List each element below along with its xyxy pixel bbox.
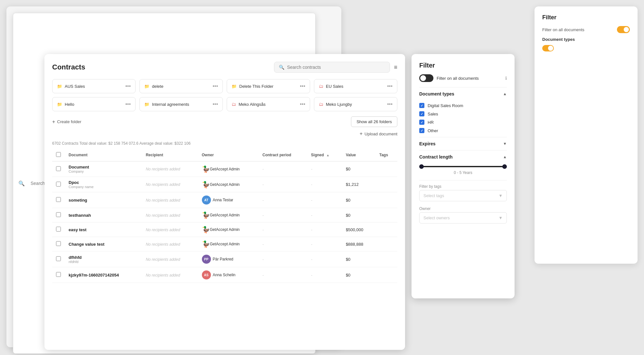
row-checkbox-4[interactable] (56, 227, 61, 232)
show-all-folders-button[interactable]: Show all 26 folders (351, 116, 397, 127)
folder-name-aus: AUS Sales (65, 84, 85, 89)
owner-avatar-4: 🦆 (202, 226, 210, 233)
folder-icon-hello: 📁 (57, 102, 62, 107)
main-contracts-panel: Contracts 🔍 ≡ 📁 AUS Sales ••• 📁 delete •… (44, 54, 405, 350)
table-row: testhannah No recipients added 🦆 GetAcce… (52, 208, 397, 223)
signed-3: - (311, 213, 312, 218)
info-icon[interactable]: ℹ (505, 76, 507, 81)
expires-section-header[interactable]: Expires ▼ (419, 141, 507, 146)
row-checkbox-0[interactable] (56, 166, 61, 171)
doc-sub-0: Company (69, 169, 138, 173)
folder-more-mekol[interactable]: ••• (387, 101, 393, 107)
filter-bg-doc-types-label: Document types (542, 37, 630, 42)
col-header-value: Value (342, 149, 375, 161)
doc-type-label-sales: Sales (428, 112, 438, 116)
owner-name-1: GetAccept Admin (210, 182, 240, 187)
upload-document-button[interactable]: + Upload document (360, 131, 397, 137)
folder-name-mekoa: Meko Alingsås (239, 102, 266, 107)
folder-hello[interactable]: 📁 Hello ••• (52, 97, 136, 111)
folder-more-del[interactable]: ••• (213, 83, 218, 89)
folder-internal[interactable]: 📁 Internal agreements ••• (139, 97, 223, 111)
doc-sub-1: Company name (69, 185, 138, 189)
slider-thumb-left[interactable] (419, 164, 424, 169)
folder-more-mekoa[interactable]: ••• (300, 101, 305, 107)
owner-row: Owner Select owners ▼ (419, 206, 507, 223)
sort-icon-signed: ▲ (326, 153, 329, 157)
folders-footer: + Create folder Show all 26 folders (52, 116, 397, 127)
col-header-contract-period: Contract period (259, 149, 307, 161)
row-checkbox-1[interactable] (56, 182, 61, 187)
owner-name-7: Anna Schelin (213, 273, 236, 277)
signed-6: - (311, 257, 312, 262)
checkbox-other[interactable] (419, 128, 424, 133)
divider-4 (419, 180, 507, 180)
folder-meko-ljungby[interactable]: 🗂 Meko Ljungby ••• (314, 97, 397, 111)
row-checkbox-5[interactable] (56, 241, 61, 246)
owner-name-2: Anna Testar (213, 198, 233, 202)
filter-panel-background: Filter Filter on all documents Document … (535, 6, 638, 264)
expires-chevron-down[interactable]: ▼ (503, 141, 507, 146)
folder-delete[interactable]: 📁 delete ••• (139, 79, 223, 93)
table-row: Change value test No recipients added 🦆 … (52, 237, 397, 251)
row-checkbox-7[interactable] (56, 272, 61, 277)
doc-name-7: kjzky97m-1660207142054 (69, 273, 138, 278)
filter-all-docs-toggle[interactable] (419, 74, 433, 82)
checkbox-digital-sales-room[interactable] (419, 103, 424, 108)
recipient-3: No recipients added (146, 213, 180, 218)
signed-5: - (311, 242, 312, 247)
main-panel-header: Contracts 🔍 ≡ (52, 62, 397, 73)
folder-meko-alingsas[interactable]: 🗂 Meko Alingsås ••• (227, 97, 310, 111)
owner-0: 🦆 GetAccept Admin (202, 165, 255, 173)
folder-more-int[interactable]: ••• (213, 101, 218, 107)
checkbox-hr[interactable] (419, 120, 424, 125)
recipient-2: No recipients added (146, 198, 180, 203)
folder-icon-del: 📁 (144, 84, 149, 89)
folder-name-eu: EU Sales (326, 84, 343, 89)
owner-name-6: Pär Parkred (213, 257, 233, 261)
contract-period-4: - (262, 227, 264, 232)
contract-length-title: Contract length (419, 154, 452, 159)
select-all-checkbox[interactable] (56, 152, 61, 157)
recipient-4: No recipients added (146, 228, 180, 232)
contract-period-7: - (262, 273, 264, 278)
folder-delete-this[interactable]: 📁 Delete This Folder ••• (227, 79, 310, 93)
folder-more-delt[interactable]: ••• (300, 83, 305, 89)
doc-name-2: someting (69, 198, 138, 203)
slider-thumb-right[interactable] (502, 164, 507, 169)
value-0: $0 (346, 167, 350, 171)
slider-track (419, 166, 507, 167)
row-checkbox-2[interactable] (56, 197, 61, 202)
row-checkbox-3[interactable] (56, 212, 61, 217)
owner-avatar-0: 🦆 (202, 165, 210, 173)
doc-types-chevron-up[interactable]: ▲ (503, 92, 507, 96)
contract-period-1: - (262, 182, 264, 187)
owner-select[interactable]: Select owners ▼ (419, 212, 507, 223)
folder-eu-sales[interactable]: 🗂 EU Sales ••• (314, 79, 397, 93)
contract-length-section-header: Contract length ▲ (419, 154, 507, 162)
owner-avatar-7: AS (202, 270, 211, 279)
create-folder-inline-btn[interactable]: + Create folder (52, 119, 81, 125)
folder-more-aus[interactable]: ••• (125, 83, 131, 89)
doc-type-label-hr: HR (428, 120, 434, 125)
expires-title: Expires (419, 141, 436, 146)
doc-name-6: dfhhfd (69, 255, 138, 260)
filter-all-docs-label: Filter on all documents (437, 76, 502, 81)
folder-more-hello[interactable]: ••• (125, 101, 131, 107)
folder-name-hello: Hello (65, 102, 74, 107)
main-filter-icon[interactable]: ≡ (394, 64, 397, 71)
table-row: someting No recipients added AT Anna Tes… (52, 192, 397, 208)
col-header-recipient: Recipient (142, 149, 198, 161)
owner-7: AS Anna Schelin (202, 270, 255, 279)
contract-length-chevron[interactable]: ▲ (503, 155, 507, 159)
folder-more-eu[interactable]: ••• (387, 83, 393, 89)
folder-aus-sales[interactable]: 📁 AUS Sales ••• (52, 79, 136, 93)
main-search-bar[interactable]: 🔍 (274, 62, 390, 73)
value-7: $0 (346, 273, 350, 278)
filter-all-docs-bg-toggle[interactable] (617, 26, 630, 33)
checkbox-sales[interactable] (419, 111, 424, 116)
search-icon: 🔍 (18, 180, 25, 187)
row-checkbox-6[interactable] (56, 256, 61, 261)
col-header-signed[interactable]: Signed ▲ (307, 149, 342, 161)
filter-by-tags-select[interactable]: Select tags ▼ (419, 190, 507, 201)
main-search-input[interactable] (287, 65, 385, 70)
